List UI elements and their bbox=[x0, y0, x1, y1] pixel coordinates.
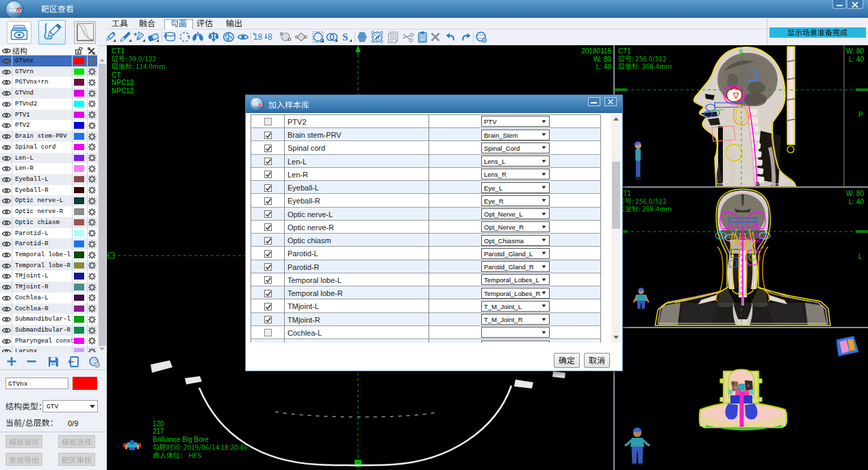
svg-text:O: O bbox=[17, 8, 21, 14]
svg-text:S: S bbox=[739, 49, 743, 56]
svg-text:8: 8 bbox=[268, 32, 272, 42]
svg-text:YiN: YiN bbox=[8, 8, 17, 14]
svg-text:YiN: YiN bbox=[252, 102, 259, 107]
svg-text:S: S bbox=[342, 32, 348, 42]
svg-text:O: O bbox=[259, 102, 262, 107]
svg-text:18: 18 bbox=[253, 32, 263, 42]
